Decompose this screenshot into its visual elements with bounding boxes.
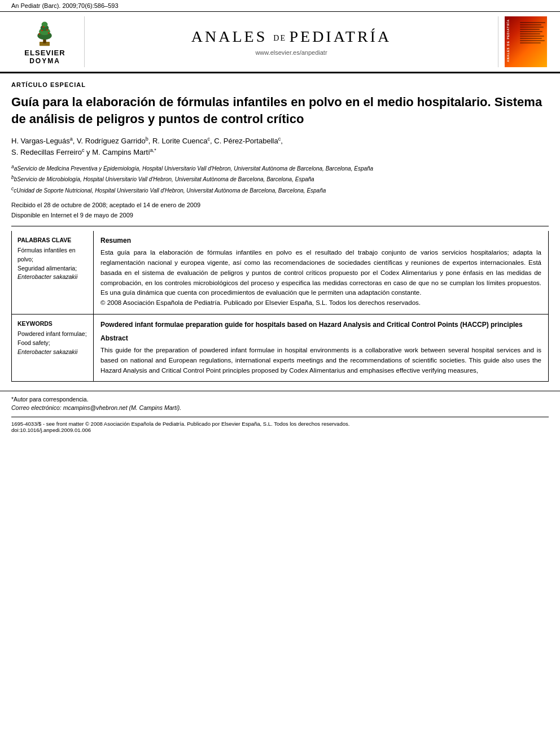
cover-line bbox=[520, 38, 542, 39]
spanish-section: PALABRAS CLAVE Fórmulas infantiles en po… bbox=[11, 231, 549, 314]
journal-title-area: ANALES DE PEDIATRÍA www.elsevier.es/anpe… bbox=[85, 16, 498, 67]
authors: H. Vargas-Leguása, V. Rodríguez Garridob… bbox=[11, 135, 549, 158]
cover-title-vertical: ANALES DE PEDIATRÍA bbox=[506, 19, 510, 62]
english-keyword-italic: Enterobacter sakazakii bbox=[18, 348, 77, 355]
svg-point-6 bbox=[39, 33, 41, 35]
cover-line bbox=[520, 31, 542, 32]
page: An Pediatr (Barc). 2009;70(6):586–593 bbox=[0, 0, 560, 747]
svg-point-8 bbox=[42, 29, 43, 31]
elsevier-logo: ELSEVIER DOYMA bbox=[24, 19, 65, 65]
english-abstract-text: This guide for the preparation of powder… bbox=[100, 346, 541, 375]
citation-line: An Pediatr (Barc). 2009;70(6):586–593 bbox=[0, 0, 560, 12]
english-abstract-heading: Powdered infant formulae preparation gui… bbox=[100, 320, 541, 330]
english-inner: KEYWORDS Powdered infant formulae; Food … bbox=[12, 314, 548, 381]
spanish-abstract-col: Resumen Esta guía para la elaboración de… bbox=[94, 231, 548, 314]
affiliations: aaServicio de Medicina Preventiva y Epid… bbox=[11, 163, 549, 195]
journal-title-de: DE bbox=[273, 34, 289, 42]
email-label: Correo electrónico: bbox=[11, 404, 62, 411]
footer-email-line: Correo electrónico: mcampins@vhebron.net… bbox=[11, 404, 549, 411]
cover-line bbox=[520, 33, 540, 34]
journal-cover: ANALES DE PEDIATRÍA bbox=[498, 16, 549, 67]
english-keywords-col: KEYWORDS Powdered infant formulae; Food … bbox=[12, 314, 94, 381]
copyright-text: 1695-4033/$ - see front matter © 2008 As… bbox=[11, 421, 549, 427]
spanish-keywords-title: PALABRAS CLAVE bbox=[18, 237, 88, 243]
email-address: mcampins@vhebron.net bbox=[63, 404, 128, 411]
footer-bottom: 1695-4033/$ - see front matter © 2008 As… bbox=[11, 417, 549, 433]
main-title: Guía para la elaboración de fórmulas inf… bbox=[11, 94, 549, 127]
elsevier-tree-icon bbox=[28, 19, 62, 47]
svg-point-9 bbox=[47, 29, 49, 30]
cover-line bbox=[520, 42, 541, 43]
spanish-keyword-italic: Enterobacter sakazakii bbox=[18, 273, 77, 280]
cover-line bbox=[520, 36, 544, 37]
cover-line bbox=[520, 29, 540, 30]
svg-point-5 bbox=[42, 21, 48, 27]
journal-title-part1: ANALES bbox=[191, 28, 267, 45]
citation-text: An Pediatr (Barc). 2009;70(6):586–593 bbox=[11, 2, 119, 9]
english-keywords-list: Powdered infant formulae; Food safety; E… bbox=[18, 330, 88, 356]
cover-line bbox=[520, 40, 545, 41]
affiliation-a: aaServicio de Medicina Preventiva y Epid… bbox=[11, 163, 549, 173]
cover-lines bbox=[520, 22, 547, 43]
corresponding-note: *Autor para correspondencia. bbox=[11, 396, 549, 403]
cover-line bbox=[520, 24, 541, 25]
affiliation-b: bbServicio de Microbiología, Hospital Un… bbox=[11, 174, 549, 184]
journal-title-part2: PEDIATRÍA bbox=[289, 28, 391, 45]
doyma-name: DOYMA bbox=[29, 57, 60, 65]
main-content: ARTÍCULO ESPECIAL Guía para la elaboraci… bbox=[0, 81, 560, 382]
cover-line bbox=[520, 27, 544, 28]
available-date: Disponible en Internet el 9 de mayo de 2… bbox=[11, 211, 549, 221]
received-date: Recibido el 28 de octubre de 2008; acept… bbox=[11, 200, 549, 211]
footer: *Autor para correspondencia. Correo elec… bbox=[0, 391, 560, 435]
section-divider bbox=[11, 226, 549, 226]
cover-line bbox=[520, 22, 545, 23]
article-type: ARTÍCULO ESPECIAL bbox=[11, 81, 549, 88]
cover-image: ANALES DE PEDIATRÍA bbox=[505, 16, 547, 67]
authors-text: H. Vargas-Leguása, V. Rodríguez Garridob… bbox=[11, 137, 283, 156]
svg-point-10 bbox=[43, 26, 45, 28]
spanish-abstract-text: Esta guía para la elaboración de fórmula… bbox=[100, 248, 541, 308]
journal-title: ANALES DE PEDIATRÍA bbox=[191, 28, 391, 46]
english-abstract-title: Abstract bbox=[100, 334, 541, 342]
email-suffix: (M. Campins Martí). bbox=[129, 404, 182, 411]
journal-website: www.elsevier.es/anpediatr bbox=[255, 49, 327, 56]
english-abstract-col: Powdered infant formulae preparation gui… bbox=[94, 314, 548, 381]
elsevier-name: ELSEVIER bbox=[24, 49, 65, 57]
spanish-abstract-title: Resumen bbox=[100, 237, 541, 244]
spanish-keywords-list: Fórmulas infantiles en polvo; Seguridad … bbox=[18, 246, 88, 282]
doi-text: doi:10.1016/j.anpedi.2009.01.006 bbox=[11, 427, 549, 433]
english-section: KEYWORDS Powdered infant formulae; Food … bbox=[11, 314, 549, 382]
affiliation-c: ccUnidad de Soporte Nutricional, Hospita… bbox=[11, 185, 549, 195]
english-keywords-title: KEYWORDS bbox=[18, 320, 88, 327]
spanish-keywords-col: PALABRAS CLAVE Fórmulas infantiles en po… bbox=[12, 231, 94, 314]
svg-point-7 bbox=[48, 32, 50, 34]
journal-header: ELSEVIER DOYMA ANALES DE PEDIATRÍA www.e… bbox=[0, 12, 560, 73]
publisher-logo: ELSEVIER DOYMA bbox=[11, 16, 85, 67]
dates: Recibido el 28 de octubre de 2008; acept… bbox=[11, 200, 549, 220]
